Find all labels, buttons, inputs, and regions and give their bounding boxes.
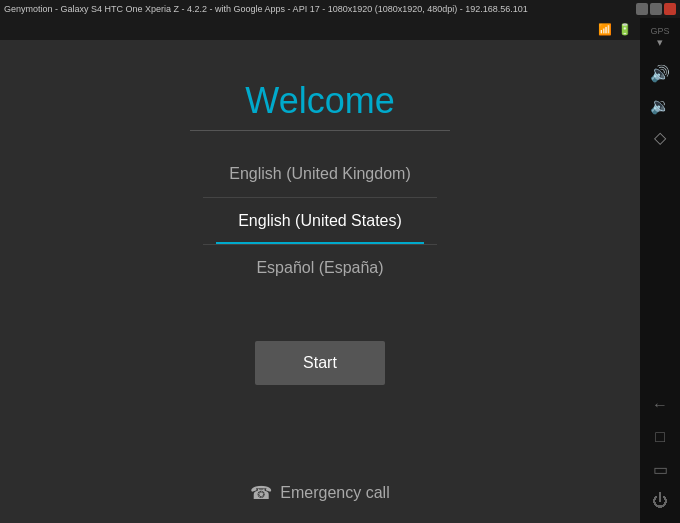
start-button[interactable]: Start <box>255 341 385 385</box>
language-item-espanol[interactable]: Español (España) <box>190 245 450 291</box>
emergency-call-text: Emergency call <box>280 484 389 502</box>
emergency-call-area[interactable]: ☎ Emergency call <box>0 463 640 523</box>
home-icon: □ <box>655 428 665 446</box>
titlebar: Genymotion - Galaxy S4 HTC One Xperia Z … <box>0 0 680 18</box>
language-item-english-us[interactable]: English (United States) <box>190 198 450 244</box>
gps-icon: GPS ▾ <box>650 26 669 49</box>
minimize-button[interactable] <box>636 3 648 15</box>
phone-screen: 📶 🔋 Welcome English (United Kingdom) Eng… <box>0 18 640 523</box>
tag-icon: ◇ <box>654 128 666 147</box>
power-button[interactable]: ⏻ <box>644 487 676 515</box>
status-bar: 📶 🔋 <box>0 18 640 40</box>
welcome-title: Welcome <box>245 80 394 122</box>
titlebar-text: Genymotion - Galaxy S4 HTC One Xperia Z … <box>4 4 528 14</box>
recents-icon: ▭ <box>653 460 668 479</box>
titlebar-buttons <box>636 3 676 15</box>
volume-down-icon: 🔉 <box>650 96 670 115</box>
main-content: Welcome English (United Kingdom) English… <box>0 40 640 523</box>
volume-down-button[interactable]: 🔉 <box>644 91 676 119</box>
back-button[interactable]: ← <box>644 391 676 419</box>
right-sidebar: GPS ▾ 🔊 🔉 ◇ ← □ ▭ ⏻ <box>640 18 680 523</box>
language-list: English (United Kingdom) English (United… <box>190 151 450 291</box>
maximize-button[interactable] <box>650 3 662 15</box>
close-button[interactable] <box>664 3 676 15</box>
battery-icon: 🔋 <box>618 23 632 36</box>
volume-up-icon: 🔊 <box>650 64 670 83</box>
power-icon: ⏻ <box>652 492 668 510</box>
volume-up-button[interactable]: 🔊 <box>644 59 676 87</box>
tag-button[interactable]: ◇ <box>644 123 676 151</box>
title-divider <box>190 130 450 131</box>
home-button[interactable]: □ <box>644 423 676 451</box>
wifi-icon: 📶 <box>598 23 612 36</box>
phone-icon: ☎ <box>250 482 272 504</box>
language-item-english-uk[interactable]: English (United Kingdom) <box>190 151 450 197</box>
recents-button[interactable]: ▭ <box>644 455 676 483</box>
back-icon: ← <box>652 396 668 414</box>
